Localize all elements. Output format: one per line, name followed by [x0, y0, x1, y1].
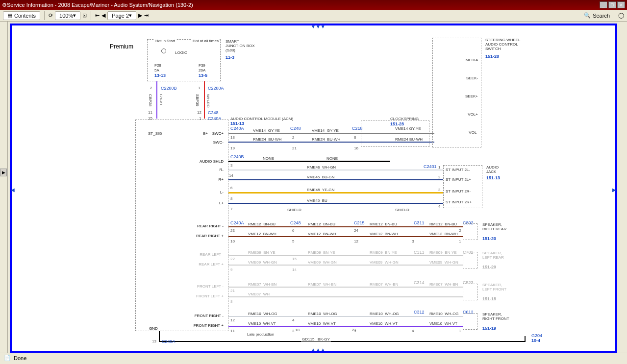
circle-icon[interactable]: ◯: [618, 12, 624, 19]
wire-l-plus: [228, 203, 443, 204]
sidebar: ▶: [0, 22, 8, 363]
viewer: ▶ Premium Hot in Start Hot at all times …: [0, 22, 627, 363]
search-icon: 🔍: [584, 12, 591, 19]
audio-jack-box: ST INPUT 2L- ST INPUT 2L+ ST INPUT 2R- S…: [443, 165, 482, 208]
wire-fl-minus: [228, 287, 463, 288]
steering-switch-box: MEDIA SEEK- SEEK+ VOL+ VOL-: [432, 38, 481, 147]
wire-fr-plus: [228, 326, 463, 327]
minimize-button[interactable]: _: [600, 1, 607, 8]
wire-gnd: [159, 341, 526, 342]
search-button[interactable]: Search: [593, 13, 610, 19]
wire-shield: [228, 161, 390, 162]
prev-icon[interactable]: ◀: [101, 12, 105, 19]
wire-rl-minus: [228, 255, 463, 256]
prev-page-icon[interactable]: ⇤: [95, 12, 100, 19]
speaker-lr: [463, 252, 477, 268]
wire-fl-plus: [228, 296, 463, 297]
wire-fr-minus: [228, 316, 463, 317]
titlebar: ⚙ Service Information - 2008 Escape/Mari…: [0, 0, 627, 10]
margin-arrow-left: ◀: [11, 187, 15, 193]
status-icon: 📄: [4, 355, 11, 361]
diagram-title: Premium: [110, 43, 133, 50]
contents-button[interactable]: ▤ Contents: [3, 11, 40, 20]
statusbar: 📄 Done: [0, 353, 627, 363]
close-button[interactable]: ×: [617, 1, 625, 8]
book-icon: ▤: [7, 12, 12, 19]
wire-vertical: [204, 81, 205, 119]
diagram-page: Premium Hot in Start Hot at all times LO…: [10, 24, 617, 353]
wire-r-minus: [228, 170, 443, 170]
speaker-rr: [463, 223, 477, 240]
status-text: Done: [14, 355, 26, 361]
toolbar: ▤ Contents ⟳ 100% ▾ ⊡ ⇤ ◀ Page 2 ▾ ▶ ⇥ 🔍…: [0, 10, 627, 22]
refresh-icon[interactable]: ⟳: [49, 12, 53, 19]
app-icon: ⚙: [2, 2, 7, 8]
fit-icon[interactable]: ⊡: [82, 12, 87, 19]
maximize-button[interactable]: □: [608, 1, 616, 8]
wire-gnd-v: [159, 331, 160, 342]
wire-r-plus: [228, 179, 443, 180]
last-page-icon[interactable]: ⇥: [144, 12, 149, 19]
wire-rl-plus: [228, 265, 463, 266]
circle-icon: [161, 49, 166, 53]
speaker-lf: [463, 284, 477, 300]
window-title: Service Information - 2008 Escape/Marine…: [7, 2, 193, 8]
zoom-select[interactable]: 100% ▾: [55, 11, 80, 20]
wire-rr-minus: [228, 226, 463, 227]
margin-arrow-right: ▶: [612, 187, 616, 193]
wire-l-minus: [228, 192, 443, 194]
margin-arrow-top: ▼▼▼: [311, 24, 326, 29]
page-select[interactable]: Page 2 ▾: [107, 11, 136, 20]
sidebar-tab[interactable]: ▶: [0, 169, 7, 176]
next-icon[interactable]: ▶: [138, 12, 142, 19]
wire-vertical: [156, 81, 157, 119]
margin-arrow-bottom: ▲▲▲: [311, 347, 326, 352]
speaker-rf: [463, 313, 477, 330]
sjb-box: Hot in Start Hot at all times LOGIC F28 …: [147, 39, 221, 81]
wire-rr-plus: [228, 236, 463, 237]
